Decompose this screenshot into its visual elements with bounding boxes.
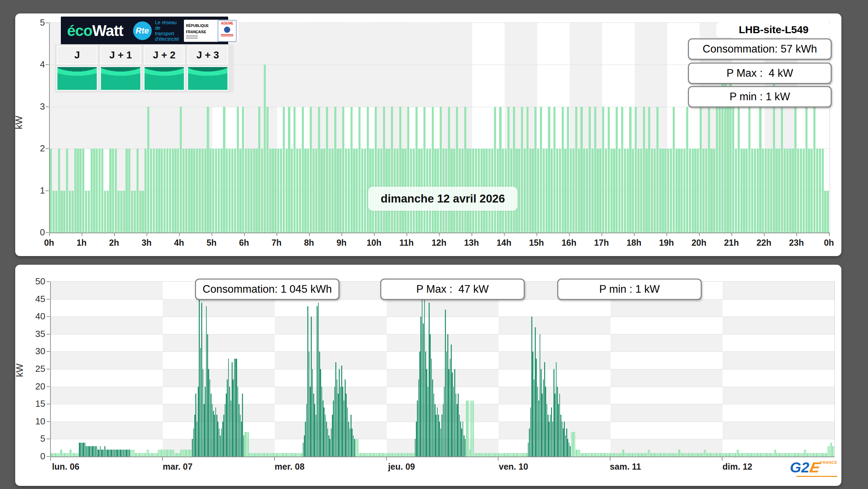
shaded-region	[50, 107, 180, 149]
government-badges: RÉPUBLIQUE FRANÇAISE ADEME	[184, 20, 239, 42]
day-pmin-badge: P min : 1 kW	[688, 86, 832, 107]
date-label: dimanche 12 avril 2026	[368, 187, 517, 211]
x-tick-label: sam. 11	[610, 462, 641, 472]
ecowatt-gauge-j-icon[interactable]	[57, 66, 97, 91]
x-tick-label: 16h	[561, 238, 576, 248]
button-day-j3[interactable]: J + 3	[187, 46, 228, 64]
x-tick-label: mer. 08	[275, 462, 305, 472]
y-tick-label: 5	[24, 18, 45, 27]
x-tick-label: 21h	[724, 238, 739, 248]
ademe-globe-icon	[224, 27, 230, 33]
week-pmin-badge: P min : 1 kW	[557, 279, 702, 300]
x-tick-label: 7h	[271, 238, 281, 248]
x-tick-label: lun. 06	[52, 462, 79, 472]
day-consumption-badge: Consommation: 57 kWh	[688, 38, 832, 60]
x-tick-label: 3h	[141, 238, 151, 248]
week-pmax-badge: P Max : 47 kW	[380, 279, 525, 300]
ademe-badge: ADEME	[218, 20, 236, 42]
x-tick-label: 6h	[239, 238, 249, 248]
x-tick-label: ven. 10	[499, 462, 528, 472]
day-pmax-badge: P Max : 4 kW	[688, 63, 832, 84]
y-tick-label: 1	[24, 186, 45, 195]
x-tick-label: 23h	[789, 238, 804, 248]
x-tick-label: 19h	[659, 238, 674, 248]
y-tick-label: 40	[25, 311, 45, 321]
lightning-e-icon: E	[809, 460, 821, 475]
button-day-j2[interactable]: J + 2	[144, 46, 185, 64]
x-tick-label: 4h	[174, 238, 184, 248]
site-title: LHB-site-L549	[716, 22, 831, 37]
y-tick-label: 50	[25, 276, 45, 286]
y-tick-label: 10	[25, 416, 45, 426]
x-tick-label: 11h	[399, 238, 414, 248]
motto-lines	[186, 35, 216, 39]
ecowatt-gauge-j1-icon[interactable]	[100, 66, 141, 91]
week-chart-plot	[50, 281, 835, 457]
x-tick-label: 1h	[76, 238, 86, 248]
x-tick-label: 22h	[756, 238, 771, 248]
x-tick-label: 13h	[464, 238, 479, 248]
y-tick-label: 35	[25, 329, 45, 339]
y-tick-label: 2	[24, 143, 45, 153]
y-tick-label: 25	[25, 364, 45, 374]
day-panel: 0123450h1h2h3h4h5h6h7h8h9h10h11h12h13h14…	[15, 13, 841, 256]
ecowatt-logo: écoWatt Rte Le réseau de transport d'éle…	[61, 17, 228, 45]
x-tick-label: jeu. 09	[388, 462, 415, 472]
y-tick-label: 3	[24, 102, 45, 111]
ecowatt-wordmark: écoWatt	[67, 22, 123, 39]
x-tick-label: 5h	[206, 238, 216, 248]
button-day-j1[interactable]: J + 1	[100, 46, 141, 64]
forecast-day-selector: J J + 1 J + 2 J + 3	[55, 44, 234, 93]
x-tick-label: 14h	[496, 238, 511, 248]
ecowatt-gauge-j2-icon[interactable]	[144, 66, 185, 91]
week-consumption-badge: Consommation: 1 045 kWh	[195, 279, 339, 300]
y-tick-label: 5	[25, 434, 45, 443]
x-tick-label: 18h	[626, 238, 641, 248]
ecowatt-gauge-j3-icon[interactable]	[187, 66, 228, 91]
x-tick-label: 8h	[304, 238, 314, 248]
button-day-j[interactable]: J	[57, 46, 97, 64]
x-tick-label: dim. 12	[722, 462, 752, 472]
x-tick-label: 15h	[529, 238, 544, 248]
g2e-tagline-bar	[796, 476, 837, 477]
rte-logo-icon: Rte	[133, 21, 152, 40]
y-tick-label: 15	[25, 399, 45, 408]
y-tick-label: 0	[24, 227, 45, 237]
g2e-france-logo: G2EFRANCE	[785, 460, 837, 483]
x-tick-label: 20h	[691, 238, 706, 248]
y-tick-label: 0	[25, 451, 45, 461]
day-y-axis-title: kW	[15, 116, 25, 129]
x-tick-label: 0h	[44, 238, 54, 248]
x-tick-label: 9h	[336, 238, 346, 248]
week-y-axis-title: kW	[15, 364, 25, 377]
x-tick-label: 2h	[109, 238, 119, 248]
rte-tagline: Le réseau de transport d'électricité	[155, 20, 179, 42]
x-tick-label: 0h	[824, 238, 834, 248]
y-tick-label: 30	[25, 346, 45, 356]
y-tick-label: 4	[24, 59, 45, 69]
republique-francaise-badge: RÉPUBLIQUE FRANÇAISE	[186, 22, 216, 39]
y-tick-label: 20	[25, 382, 45, 391]
week-panel: 05101520253035404550lun. 06mar. 07mer. 0…	[15, 265, 841, 486]
x-tick-label: 17h	[594, 238, 609, 248]
x-tick-label: 10h	[366, 238, 381, 248]
y-tick-label: 45	[25, 294, 45, 304]
x-tick-label: mar. 07	[163, 462, 193, 472]
x-tick-label: 12h	[431, 238, 446, 248]
